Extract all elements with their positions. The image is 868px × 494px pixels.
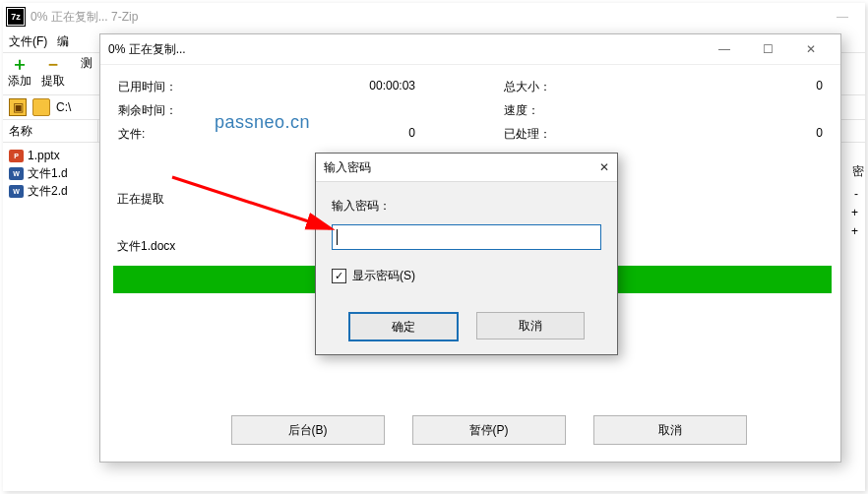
extracting-label: 正在提取 <box>117 191 164 208</box>
toolbar-extract-button[interactable]: － 提取 <box>36 55 70 90</box>
speed-label: 速度： <box>504 102 539 119</box>
total-value: 0 <box>764 79 823 93</box>
close-icon[interactable]: ✕ <box>599 160 609 174</box>
toolbar-add-button[interactable]: ＋ 添加 <box>3 55 36 90</box>
files-value: 0 <box>356 126 415 140</box>
toolbar-test-button[interactable]: 测 <box>70 55 103 72</box>
path-text[interactable]: C:\ <box>56 100 71 114</box>
password-label: 输入密码： <box>332 198 601 215</box>
progress-title-bar[interactable]: 0% 正在复制... — ☐ ✕ <box>100 34 840 65</box>
total-label: 总大小： <box>504 79 551 95</box>
folder-icon[interactable] <box>32 98 50 116</box>
file-name: 1.pptx <box>28 149 60 162</box>
column-encrypted[interactable]: 密 <box>852 163 864 180</box>
menu-edit[interactable]: 编 <box>57 33 69 50</box>
cancel-button[interactable]: 取消 <box>593 415 747 445</box>
password-dialog: 输入密码 ✕ 输入密码： ✓ 显示密码(S) 确定 取消 <box>315 153 618 355</box>
cancel-button[interactable]: 取消 <box>476 312 585 340</box>
text-caret <box>337 229 338 245</box>
show-password-checkbox[interactable]: ✓ <box>332 269 346 283</box>
file-name: 文件2.d <box>28 183 68 200</box>
docx-icon: W <box>9 185 24 198</box>
plus-icon: ＋ <box>11 55 29 73</box>
processed-label: 已处理： <box>504 126 551 143</box>
toolbar-extract-label: 提取 <box>41 73 65 90</box>
password-title-bar[interactable]: 输入密码 ✕ <box>316 154 617 182</box>
encrypted-flag: + <box>851 206 858 219</box>
files-label: 文件: <box>118 126 145 143</box>
maximize-button[interactable]: ☐ <box>746 35 789 63</box>
file-name: 文件1.d <box>28 165 68 182</box>
toolbar-add-label: 添加 <box>8 73 31 90</box>
toolbar-test-label: 测 <box>81 55 93 72</box>
pptx-icon: P <box>9 150 24 162</box>
elapsed-label: 已用时间： <box>118 79 177 95</box>
menu-file[interactable]: 文件(F) <box>9 33 47 50</box>
computer-icon[interactable]: ▣ <box>9 98 27 116</box>
outer-minimize-button[interactable]: — <box>820 3 865 31</box>
password-input[interactable] <box>332 224 601 250</box>
current-file-label: 文件1.docx <box>117 238 175 255</box>
minimize-button[interactable]: — <box>703 35 746 63</box>
processed-value: 0 <box>764 126 823 140</box>
encrypted-flag: + <box>851 224 858 238</box>
show-password-label: 显示密码(S) <box>352 268 415 284</box>
encrypted-flag: - <box>854 187 858 201</box>
column-name[interactable]: 名称 <box>3 120 98 142</box>
password-dialog-title: 输入密码 <box>324 159 371 176</box>
ok-button[interactable]: 确定 <box>348 312 459 341</box>
elapsed-value: 00:00:03 <box>356 79 415 93</box>
progress-title: 0% 正在复制... <box>108 41 186 58</box>
pause-button[interactable]: 暂停(P) <box>412 415 566 445</box>
background-button[interactable]: 后台(B) <box>231 415 385 445</box>
docx-icon: W <box>9 167 24 180</box>
outer-window-title: 0% 正在复制... 7-Zip <box>31 9 138 26</box>
watermark-text: passneo.cn <box>215 112 310 133</box>
outer-title-bar: 7z 0% 正在复制... 7-Zip — <box>3 3 865 31</box>
minus-icon: － <box>44 55 62 73</box>
close-button[interactable]: ✕ <box>789 35 833 63</box>
remaining-label: 剩余时间： <box>118 102 177 119</box>
app-icon: 7z <box>7 8 25 26</box>
